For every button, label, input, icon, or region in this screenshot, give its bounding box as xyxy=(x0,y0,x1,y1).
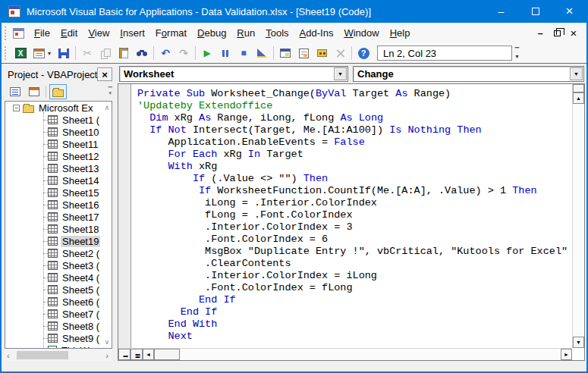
maximize-button[interactable] xyxy=(518,0,552,23)
save-button[interactable] xyxy=(55,45,72,61)
copy-button[interactable] xyxy=(97,45,114,61)
undo-button[interactable]: ↶ xyxy=(157,45,174,61)
code-line[interactable]: Application.EnableEvents = False xyxy=(137,136,571,149)
properties-window-button[interactable] xyxy=(295,45,312,61)
code-line[interactable]: .Font.ColorIndex = fLong xyxy=(137,282,571,294)
tree-hscroll-thumb[interactable] xyxy=(17,351,68,359)
tree-item-sheet8[interactable]: Sheet8 ( xyxy=(5,320,112,332)
redo-button[interactable]: ↷ xyxy=(175,45,192,61)
menu-item-help[interactable]: Help xyxy=(385,24,416,42)
tree-item-sheet16[interactable]: Sheet16 xyxy=(5,199,112,211)
mdi-restore-button[interactable] xyxy=(549,26,565,41)
tree-item-sheet13[interactable]: Sheet13 xyxy=(5,162,112,174)
menubar-grip[interactable] xyxy=(5,27,8,40)
procedure-view-button[interactable]: ▬ xyxy=(118,349,130,360)
tree-item-sheet9[interactable]: Sheet9 ( xyxy=(5,332,112,344)
paste-button[interactable] xyxy=(115,45,132,61)
tree-scroll-down-icon[interactable]: ∨ xyxy=(105,338,110,346)
toggle-folders-button[interactable] xyxy=(49,84,67,99)
tree-item-sheet14[interactable]: Sheet14 xyxy=(5,174,112,186)
project-panel-close-button[interactable]: × xyxy=(97,67,112,81)
code-line[interactable]: If (.Value <> "") Then xyxy=(137,173,571,185)
scroll-down-button[interactable]: ▼ xyxy=(573,337,584,348)
code-editor-pane[interactable]: Private Sub Worksheet_Change(ByVal Targe… xyxy=(118,83,585,361)
code-line[interactable]: If WorksheetFunction.CountIf(Me.[A:A], .… xyxy=(137,185,571,197)
tree-item-thiswor[interactable]: XThisWor xyxy=(5,344,112,349)
split-box[interactable] xyxy=(573,84,584,92)
tree-item-sheet12[interactable]: Sheet12 xyxy=(5,150,112,162)
view-code-button[interactable] xyxy=(6,84,24,99)
full-module-view-button[interactable]: ▬▬ xyxy=(130,349,143,360)
hscroll-track[interactable] xyxy=(180,349,561,360)
code-text[interactable]: Private Sub Worksheet_Change(ByVal Targe… xyxy=(137,88,571,348)
scroll-left-button[interactable]: ◄ xyxy=(143,349,154,360)
panel-toolbar-overflow[interactable]: ▔▾ xyxy=(108,89,112,95)
tree-vertical-scrollbar[interactable]: ∧ ∨ xyxy=(102,102,112,348)
design-mode-button[interactable] xyxy=(253,45,270,61)
code-line[interactable]: .Interior.ColorIndex = iLong xyxy=(137,270,571,282)
object-dropdown-arrow-icon[interactable]: ▼ xyxy=(334,67,347,80)
code-line[interactable]: End With xyxy=(137,318,571,331)
tree-item-sheet6[interactable]: Sheet6 ( xyxy=(5,296,112,308)
tree-item-sheet11[interactable]: Sheet11 xyxy=(5,138,112,150)
cut-button[interactable]: ✂ xyxy=(79,45,96,61)
toolbar-grip[interactable] xyxy=(5,46,8,60)
tree-item-sheet3[interactable]: Sheet3 ( xyxy=(5,259,112,271)
toolbox-button[interactable] xyxy=(313,45,330,61)
find-button[interactable] xyxy=(134,45,150,61)
project-explorer-button[interactable] xyxy=(277,45,294,61)
menu-item-view[interactable]: View xyxy=(83,24,115,42)
menu-item-file[interactable]: File xyxy=(29,24,55,42)
mdi-close-button[interactable]: × xyxy=(565,26,582,41)
menu-item-edit[interactable]: Edit xyxy=(55,24,83,42)
tools-button[interactable] xyxy=(332,45,348,61)
menu-item-add-ins[interactable]: Add-Ins xyxy=(294,24,339,42)
tree-item-sheet4[interactable]: Sheet4 ( xyxy=(5,271,112,284)
insert-userform-dropdown-icon[interactable]: ▾ xyxy=(48,50,55,57)
hscroll-thumb[interactable] xyxy=(154,349,180,360)
code-line[interactable]: .Interior.ColorIndex = 3 xyxy=(137,221,571,234)
tree-item-sheet17[interactable]: Sheet17 xyxy=(5,211,112,223)
scroll-right-button[interactable]: ► xyxy=(561,349,572,360)
tree-scroll-left-icon[interactable]: ‹ xyxy=(7,351,10,360)
code-line[interactable]: Private Sub Worksheet_Change(ByVal Targe… xyxy=(137,88,571,100)
child-window-icon[interactable] xyxy=(13,28,24,39)
code-line[interactable]: If Not Intersect(Target, Me.[A1:A100]) I… xyxy=(137,124,571,136)
code-line[interactable]: 'Updateby Extendoffice xyxy=(137,100,571,112)
code-line[interactable]: Next xyxy=(137,331,571,343)
code-margin-bar[interactable] xyxy=(118,84,131,348)
view-object-button[interactable] xyxy=(25,84,42,99)
code-horizontal-scrollbar[interactable]: ▬ ▬▬ ◄ ► xyxy=(118,348,572,360)
procedure-dropdown[interactable]: Change ▼ xyxy=(353,66,584,82)
view-microsoft-excel-button[interactable]: X xyxy=(12,45,29,61)
collapse-icon[interactable]: − xyxy=(13,105,20,111)
tree-root-row[interactable]: −Microsoft Ex xyxy=(5,102,112,114)
toolbar-overflow-button[interactable]: ▔▼ xyxy=(512,45,522,61)
menu-item-insert[interactable]: Insert xyxy=(115,24,150,42)
tree-item-sheet18[interactable]: Sheet18 xyxy=(5,223,112,235)
tree-item-sheet2[interactable]: Sheet2 ( xyxy=(5,247,112,259)
code-line[interactable]: With xRg xyxy=(137,161,571,173)
help-button[interactable]: ? xyxy=(355,45,372,61)
menu-item-window[interactable]: Window xyxy=(338,24,384,42)
code-line[interactable]: .Font.ColorIndex = 6 xyxy=(137,234,571,246)
insert-userform-button[interactable] xyxy=(30,45,47,61)
object-dropdown[interactable]: Worksheet ▼ xyxy=(119,66,348,82)
tree-item-sheet10[interactable]: Sheet10 xyxy=(5,126,112,138)
tree-scroll-up-icon[interactable]: ∧ xyxy=(105,104,110,111)
tree-item-sheet19[interactable]: Sheet19 xyxy=(5,235,112,247)
tree-item-sheet15[interactable]: Sheet15 xyxy=(5,186,112,199)
close-button[interactable]: × xyxy=(552,0,586,23)
code-vertical-scrollbar[interactable]: ▲ ▼ xyxy=(572,84,584,348)
menu-item-debug[interactable]: Debug xyxy=(192,24,231,42)
menu-item-format[interactable]: Format xyxy=(150,24,192,42)
break-button[interactable] xyxy=(217,45,234,61)
code-line[interactable]: Dim xRg As Range, iLong, fLong As Long xyxy=(137,112,571,124)
menu-item-tools[interactable]: Tools xyxy=(260,24,294,42)
procedure-dropdown-arrow-icon[interactable]: ▼ xyxy=(570,67,583,80)
code-line[interactable]: .ClearContents xyxy=(137,258,571,270)
menu-item-run[interactable]: Run xyxy=(231,24,260,42)
code-line[interactable]: End If xyxy=(137,306,571,318)
scroll-up-button[interactable]: ▲ xyxy=(573,92,584,104)
mdi-minimize-button[interactable]: – xyxy=(532,26,549,41)
